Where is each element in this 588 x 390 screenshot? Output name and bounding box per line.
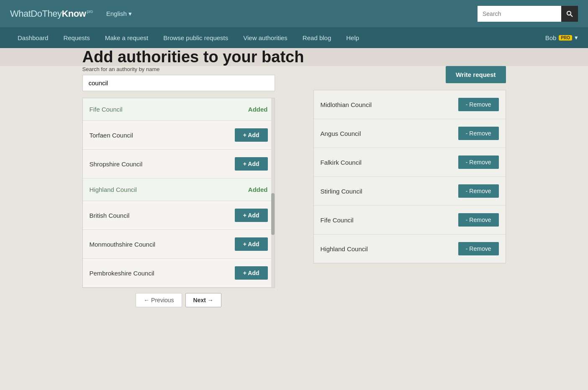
user-dropdown-icon: ▾ — [575, 34, 578, 41]
authority-name-shropshire: Shropshire Council — [90, 161, 143, 168]
authority-search-input[interactable] — [82, 75, 275, 91]
previous-button[interactable]: ← Previous — [136, 293, 182, 307]
authority-item-torfaen: Torfaen Council + Add — [83, 121, 275, 150]
add-british-button[interactable]: + Add — [235, 209, 268, 222]
language-selector[interactable]: English ▾ — [106, 10, 132, 18]
page-header: Add authorities to your batch — [0, 48, 588, 66]
logo-light: WhatDoThey — [10, 8, 62, 19]
search-icon — [566, 10, 573, 17]
page-content: Search for an authority by name Fife Cou… — [72, 66, 516, 324]
nav-dashboard[interactable]: Dashboard — [10, 27, 56, 48]
authority-item-pembrokeshire: Pembrokeshire Council + Add — [83, 259, 275, 288]
added-authority-name-angus: Angus Council — [321, 130, 361, 137]
svg-point-0 — [567, 11, 571, 15]
authority-name-monmouthshire: Monmouthshire Council — [90, 241, 156, 248]
remove-highland-button[interactable]: - Remove — [458, 242, 499, 255]
authority-item-monmouthshire: Monmouthshire Council + Add — [83, 230, 275, 259]
authority-name-torfaen: Torfaen Council — [90, 132, 133, 139]
added-authority-midlothian: Midlothian Council - Remove — [314, 90, 506, 119]
added-authority-falkirk: Falkirk Council - Remove — [314, 148, 506, 177]
authority-item-fife: Fife Council Added — [83, 98, 275, 121]
site-logo[interactable]: WhatDoTheyKnowpro — [10, 8, 93, 19]
nav-links: Dashboard Requests Make a request Browse… — [10, 27, 367, 48]
add-monmouthshire-button[interactable]: + Add — [235, 237, 268, 251]
remove-midlothian-button[interactable]: - Remove — [458, 98, 499, 111]
add-pembrokeshire-button[interactable]: + Add — [235, 266, 268, 280]
added-authority-name-highland-right: Highland Council — [321, 245, 368, 252]
search-input[interactable] — [478, 6, 561, 22]
added-authority-name-falkirk: Falkirk Council — [321, 159, 362, 166]
nav-browse-public[interactable]: Browse public requests — [156, 27, 236, 48]
authority-item-british: British Council + Add — [83, 201, 275, 230]
added-authority-name-midlothian: Midlothian Council — [321, 101, 372, 108]
scroll-thumb — [271, 193, 275, 235]
remove-stirling-button[interactable]: - Remove — [458, 184, 499, 198]
nav-view-authorities[interactable]: View authorities — [236, 27, 295, 48]
nav-read-blog[interactable]: Read blog — [295, 27, 339, 48]
search-button[interactable] — [561, 6, 578, 22]
svg-line-1 — [570, 15, 573, 17]
added-authority-name-fife-right: Fife Council — [321, 217, 354, 224]
top-bar: WhatDoTheyKnowpro English ▾ — [0, 0, 588, 27]
right-panel: Write request Midlothian Council - Remov… — [313, 66, 506, 263]
added-authorities-list: Midlothian Council - Remove Angus Counci… — [313, 90, 506, 263]
add-torfaen-button[interactable]: + Add — [235, 128, 268, 142]
remove-angus-button[interactable]: - Remove — [458, 127, 499, 140]
pagination: ← Previous Next → — [82, 293, 275, 307]
left-panel: Search for an authority by name Fife Cou… — [82, 66, 303, 307]
user-pro-badge: pro — [559, 35, 572, 41]
authority-name-fife: Fife Council — [90, 106, 123, 113]
authority-search-label: Search for an authority by name — [82, 66, 303, 72]
logo-pro-badge: pro — [87, 9, 92, 14]
added-authority-fife-right: Fife Council - Remove — [314, 206, 506, 235]
added-authority-name-stirling: Stirling Council — [321, 188, 362, 195]
authority-list: Fife Council Added Torfaen Council + Add… — [82, 98, 275, 288]
nav-help[interactable]: Help — [339, 27, 367, 48]
next-button[interactable]: Next → — [185, 293, 221, 307]
authority-name-highland: Highland Council — [90, 186, 137, 193]
added-authority-stirling: Stirling Council - Remove — [314, 177, 506, 206]
remove-falkirk-button[interactable]: - Remove — [458, 155, 499, 169]
authority-name-pembrokeshire: Pembrokeshire Council — [90, 270, 154, 277]
add-shropshire-button[interactable]: + Add — [235, 157, 268, 171]
nav-requests[interactable]: Requests — [56, 27, 97, 48]
language-arrow-icon: ▾ — [128, 10, 132, 18]
authority-status-highland: Added — [248, 186, 268, 193]
authority-name-british: British Council — [90, 212, 130, 219]
language-label: English — [106, 10, 127, 17]
nav-user[interactable]: Bob pro ▾ — [545, 34, 578, 41]
page-title: Add authorities to your batch — [82, 48, 506, 66]
added-authority-highland-right: Highland Council - Remove — [314, 235, 506, 263]
authority-item-highland: Highland Council Added — [83, 178, 275, 201]
logo-bold: Know — [62, 8, 86, 19]
nav-bar: Dashboard Requests Make a request Browse… — [0, 27, 588, 48]
nav-make-request[interactable]: Make a request — [98, 27, 156, 48]
added-authority-angus: Angus Council - Remove — [314, 119, 506, 148]
remove-fife-button[interactable]: - Remove — [458, 213, 499, 227]
authority-item-shropshire: Shropshire Council + Add — [83, 150, 275, 178]
scroll-indicator — [271, 98, 275, 288]
authority-status-fife: Added — [248, 106, 268, 113]
main-layout: Search for an authority by name Fife Cou… — [82, 66, 506, 307]
write-request-button[interactable]: Write request — [446, 66, 506, 83]
search-bar — [478, 6, 578, 22]
user-name: Bob — [545, 34, 557, 41]
